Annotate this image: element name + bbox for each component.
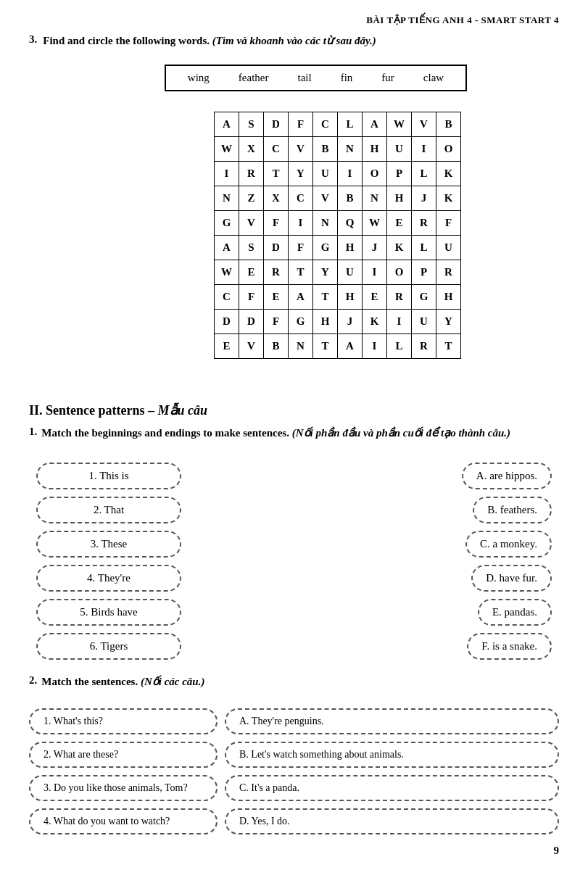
ws-cell-7-7: R [387,285,412,310]
match2-instruction: Match the sentences. (Nối các câu.) [41,674,204,689]
ws-cell-3-8: J [412,186,436,211]
ws-cell-8-7: I [387,310,412,334]
ws-cell-5-1: S [239,236,264,260]
ws-cell-7-3: A [289,285,313,310]
ws-cell-8-5: J [338,310,363,334]
ws-cell-9-1: V [239,334,264,359]
page-number: 9 [554,845,560,857]
ws-cell-2-9: K [436,162,461,186]
ws-cell-6-2: R [264,260,289,285]
match2-right-3: C. It's a panda. [225,775,559,801]
section3-label: 3. [29,33,37,46]
ws-cell-9-6: I [363,334,387,359]
ws-cell-3-5: B [338,186,363,211]
ws-cell-6-8: P [412,260,436,285]
match1-right-item-1: A. are hippos. [462,463,552,489]
match1-left-item-3: 3. These [36,531,181,558]
ws-cell-9-5: A [338,334,363,359]
ws-cell-1-3: V [289,137,313,162]
ws-cell-1-7: U [387,137,412,162]
ws-cell-5-0: A [215,236,239,260]
match1-right-item-5: E. pandas. [478,599,552,626]
match2-left-2: 2. What are these? [29,742,218,768]
match1-left-item-5: 5. Birds have [36,599,181,626]
ws-cell-7-2: E [264,285,289,310]
ws-cell-6-3: T [289,260,313,285]
ws-cell-2-0: I [215,162,239,186]
ws-cell-4-2: F [264,211,289,236]
ws-cell-3-9: K [436,186,461,211]
word-claw: claw [423,72,444,84]
ws-cell-8-4: H [313,310,338,334]
ws-cell-9-9: T [436,334,461,359]
ws-cell-9-2: B [264,334,289,359]
match1-right-item-2: B. feathers. [473,497,552,523]
ws-cell-7-8: G [412,285,436,310]
match2-row-3: 3. Do you like those animals, Tom?C. It'… [29,775,559,801]
ws-cell-6-4: Y [313,260,338,285]
match2-label: 2. [29,674,37,687]
ws-cell-8-6: K [363,310,387,334]
ws-cell-5-7: K [387,236,412,260]
word-fin: fin [341,72,353,84]
ws-cell-2-1: R [239,162,264,186]
ws-cell-2-8: L [412,162,436,186]
ws-cell-3-7: H [387,186,412,211]
ws-cell-7-9: H [436,285,461,310]
ws-cell-5-2: D [264,236,289,260]
ws-cell-7-0: C [215,285,239,310]
ws-cell-6-6: I [363,260,387,285]
ws-cell-8-3: G [289,310,313,334]
ws-cell-6-0: W [215,260,239,285]
match2-row-4: 4. What do you want to watch?D. Yes, I d… [29,808,559,834]
word-list-box: wing feather tail fin fur claw [165,65,467,91]
ws-cell-2-4: U [313,162,338,186]
match1-left-item-2: 2. That [36,497,181,523]
match1-label: 1. [29,426,37,438]
ws-cell-6-5: U [338,260,363,285]
ws-cell-0-0: A [215,112,239,137]
word-tail: tail [297,72,311,84]
match2-left-4: 4. What do you want to watch? [29,808,218,834]
ws-cell-3-3: C [289,186,313,211]
ws-cell-5-9: U [436,236,461,260]
ws-cell-8-9: Y [436,310,461,334]
ws-cell-6-7: O [387,260,412,285]
ws-cell-4-3: I [289,211,313,236]
ws-cell-3-2: X [264,186,289,211]
ws-cell-9-3: N [289,334,313,359]
ws-cell-5-5: H [338,236,363,260]
ws-cell-4-8: R [412,211,436,236]
ws-cell-9-4: T [313,334,338,359]
ws-cell-5-4: G [313,236,338,260]
ws-cell-0-7: W [387,112,412,137]
match1-instruction: Match the beginnings and endings to make… [41,426,510,441]
page-header: BÀI TẬP TIẾNG ANH 4 - SMART START 4 [29,14,559,26]
match2-left-1: 1. What's this? [29,708,218,734]
word-feather: feather [239,72,269,84]
ws-cell-7-1: F [239,285,264,310]
ws-cell-6-1: E [239,260,264,285]
ws-cell-4-6: W [363,211,387,236]
ws-cell-2-2: T [264,162,289,186]
match1-left-item-4: 4. They're [36,565,181,592]
ws-cell-5-3: F [289,236,313,260]
ws-cell-4-7: E [387,211,412,236]
ws-cell-0-2: D [264,112,289,137]
match2-row-2: 2. What are these?B. Let's watch somethi… [29,742,559,768]
ws-cell-1-2: C [264,137,289,162]
match2-row-1: 1. What's this?A. They're penguins. [29,708,559,734]
ws-cell-1-4: B [313,137,338,162]
match2-container: 1. What's this?A. They're penguins.2. Wh… [29,708,559,834]
ws-cell-9-0: E [215,334,239,359]
ws-cell-7-4: T [313,285,338,310]
ws-cell-0-3: F [289,112,313,137]
section3-instruction: Find and circle the following words. (Tì… [43,33,376,49]
ws-cell-1-0: W [215,137,239,162]
match2-left-3: 3. Do you like those animals, Tom? [29,775,218,801]
ws-cell-7-5: H [338,285,363,310]
ws-cell-3-6: N [363,186,387,211]
ws-cell-0-9: B [436,112,461,137]
ws-cell-8-0: D [215,310,239,334]
ws-cell-1-1: X [239,137,264,162]
